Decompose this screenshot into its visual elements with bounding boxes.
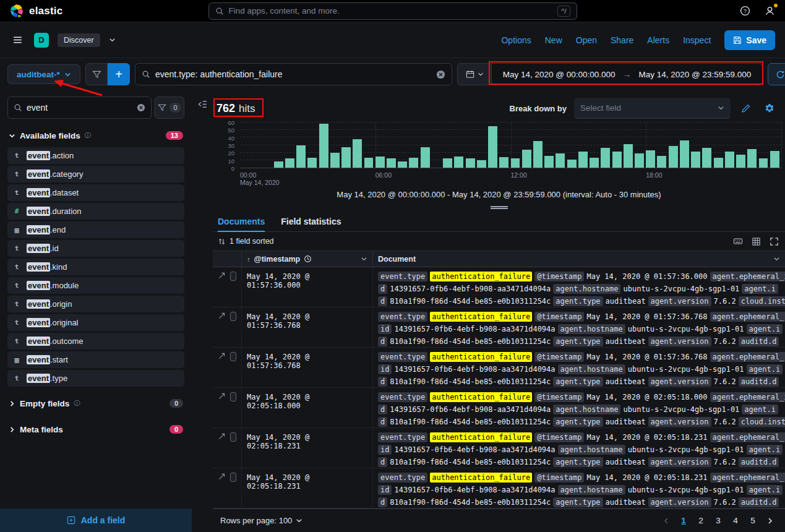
field-item-event.module[interactable]: tevent.module bbox=[7, 277, 184, 294]
saved-query-menu-button[interactable] bbox=[85, 63, 108, 85]
menu-link-inspect[interactable]: Inspect bbox=[683, 35, 711, 45]
document-line: d810a1f90-f86d-454d-be85-e0b10311254cage… bbox=[378, 375, 785, 387]
meta-fields-count-badge: 0 bbox=[169, 425, 183, 434]
field-item-event.id[interactable]: tevent.id bbox=[7, 240, 184, 257]
field-item-event.end[interactable]: ▦event.end bbox=[7, 221, 184, 238]
expand-document-button[interactable] bbox=[218, 432, 226, 440]
field-value: May 14, 2020 @ 01:57:36.768 bbox=[586, 312, 707, 321]
header-timestamp-column[interactable]: ↑ @timestamp bbox=[242, 251, 373, 267]
pagination-page-4[interactable]: 4 bbox=[728, 513, 743, 528]
menu-button[interactable] bbox=[10, 32, 25, 48]
date-picker: May 14, 2020 @ 00:00:00.000 → May 14, 20… bbox=[457, 63, 763, 85]
pagination-page-5[interactable]: 5 bbox=[745, 513, 760, 528]
add-filter-button[interactable]: + bbox=[108, 63, 130, 85]
row-controls bbox=[213, 428, 242, 468]
menu-link-share[interactable]: Share bbox=[611, 35, 633, 45]
add-field-button[interactable]: Add a field bbox=[0, 508, 192, 532]
row-checkbox[interactable] bbox=[230, 352, 236, 361]
pagination-page-1[interactable]: 1 bbox=[676, 513, 691, 528]
field-search-input[interactable] bbox=[27, 103, 132, 113]
available-fields-header[interactable]: Available fields ⓘ 13 bbox=[0, 126, 192, 145]
sort-fields-button[interactable]: 1 field sorted bbox=[218, 237, 274, 246]
field-badge: agent.type bbox=[553, 457, 603, 467]
pagination-page-3[interactable]: 3 bbox=[711, 513, 726, 528]
expand-document-button[interactable] bbox=[218, 473, 226, 481]
table-row: May 14, 2020 @ 02:05:18.231event.typeaut… bbox=[213, 428, 785, 468]
meta-fields-header[interactable]: Meta fields 0 bbox=[0, 420, 192, 439]
pagination-next-button[interactable] bbox=[763, 513, 778, 528]
expand-document-button[interactable] bbox=[218, 272, 226, 280]
date-picker-menu-button[interactable] bbox=[457, 63, 492, 85]
expand-document-button[interactable] bbox=[218, 352, 226, 360]
help-button[interactable]: ? bbox=[738, 4, 752, 18]
rows-per-page-button[interactable]: Rows per page: 100 bbox=[220, 516, 302, 525]
histogram-bar bbox=[296, 145, 306, 168]
menu-link-new[interactable]: New bbox=[545, 35, 562, 45]
field-badge: agent.ephemeral_ bbox=[710, 312, 785, 322]
row-checkbox[interactable] bbox=[230, 392, 236, 401]
header-document-column[interactable]: Document bbox=[373, 251, 785, 267]
query-input[interactable] bbox=[155, 69, 431, 79]
row-checkbox[interactable] bbox=[230, 272, 236, 281]
field-item-event.duration[interactable]: #event.duration bbox=[7, 203, 184, 220]
keyboard-shortcuts-button[interactable] bbox=[733, 236, 743, 246]
date-range-end[interactable]: May 14, 2020 @ 23:59:59.000 bbox=[639, 70, 752, 79]
global-search[interactable]: ^/ bbox=[208, 2, 577, 20]
histogram-bar bbox=[341, 147, 351, 168]
chart-resize-handle[interactable] bbox=[213, 203, 785, 212]
field-item-event.type[interactable]: tevent.type bbox=[7, 370, 184, 387]
refresh-button[interactable] bbox=[768, 63, 785, 85]
expand-document-button[interactable] bbox=[218, 392, 226, 400]
field-type-text-icon: t bbox=[12, 152, 21, 160]
global-search-input[interactable] bbox=[229, 6, 553, 15]
field-value: 7.6.2 bbox=[714, 337, 736, 346]
field-item-event.start[interactable]: ▦event.start bbox=[7, 351, 184, 368]
field-name: event.original bbox=[27, 318, 79, 327]
row-checkbox[interactable] bbox=[230, 432, 236, 442]
field-item-event.original[interactable]: tevent.original bbox=[7, 314, 184, 331]
menu-link-options[interactable]: Options bbox=[501, 35, 531, 45]
empty-fields-header[interactable]: Empty fields ⓘ 0 bbox=[0, 394, 192, 413]
tab-field-statistics[interactable]: Field statistics bbox=[281, 212, 341, 232]
search-match-highlight: event bbox=[27, 244, 50, 253]
elastic-home-link[interactable]: elastic bbox=[9, 3, 208, 19]
field-item-event.dataset[interactable]: tevent.dataset bbox=[7, 184, 184, 201]
tab-documents[interactable]: Documents bbox=[218, 212, 265, 232]
display-options-button[interactable] bbox=[752, 237, 761, 246]
expand-document-button[interactable] bbox=[218, 312, 226, 320]
row-checkbox[interactable] bbox=[230, 473, 236, 482]
menu-link-alerts[interactable]: Alerts bbox=[647, 35, 669, 45]
collapse-sidebar-button[interactable] bbox=[197, 99, 208, 109]
user-menu-button[interactable] bbox=[763, 4, 776, 18]
edit-visualization-button[interactable] bbox=[738, 100, 754, 116]
content: 0 Available fields ⓘ 13 tevent.actiontev… bbox=[0, 90, 785, 532]
document-line: event.typeauthentication_failure@timesta… bbox=[378, 391, 785, 403]
breadcrumb-chevron-icon[interactable] bbox=[109, 36, 116, 43]
field-item-event.origin[interactable]: tevent.origin bbox=[7, 296, 184, 312]
data-view-picker[interactable]: auditbeat-* bbox=[7, 64, 80, 84]
chart-options-button[interactable] bbox=[761, 100, 778, 116]
row-checkbox[interactable] bbox=[230, 312, 236, 321]
pagination-page-2[interactable]: 2 bbox=[693, 513, 708, 528]
histogram-bar bbox=[533, 141, 543, 168]
clear-query-button[interactable] bbox=[436, 70, 445, 79]
field-item-event.kind[interactable]: tevent.kind bbox=[7, 259, 184, 275]
pagination-previous-button[interactable] bbox=[659, 513, 674, 528]
menu-link-open[interactable]: Open bbox=[576, 35, 597, 45]
date-range-start[interactable]: May 14, 2020 @ 00:00:00.000 bbox=[503, 70, 616, 79]
field-type-text-icon: t bbox=[12, 300, 21, 308]
fullscreen-button[interactable] bbox=[770, 237, 779, 246]
field-item-event.outcome[interactable]: tevent.outcome bbox=[7, 333, 184, 350]
save-button[interactable]: Save bbox=[724, 30, 775, 50]
field-item-event.category[interactable]: tevent.category bbox=[7, 166, 184, 182]
breadcrumb[interactable]: Discover bbox=[58, 33, 100, 47]
field-item-event.action[interactable]: tevent.action bbox=[7, 147, 184, 164]
chevron-down-icon bbox=[718, 105, 724, 111]
data-view-name: auditbeat-* bbox=[17, 70, 60, 79]
space-badge[interactable]: D bbox=[34, 33, 49, 48]
breakdown-select[interactable]: Select field bbox=[574, 98, 731, 119]
field-value: 810a1f90-f86d-454d-be85-e0b10311254c bbox=[390, 498, 551, 507]
clear-field-search-button[interactable] bbox=[137, 103, 145, 112]
field-filter-button[interactable]: 0 bbox=[155, 97, 184, 119]
add-field-label: Add a field bbox=[81, 515, 126, 525]
